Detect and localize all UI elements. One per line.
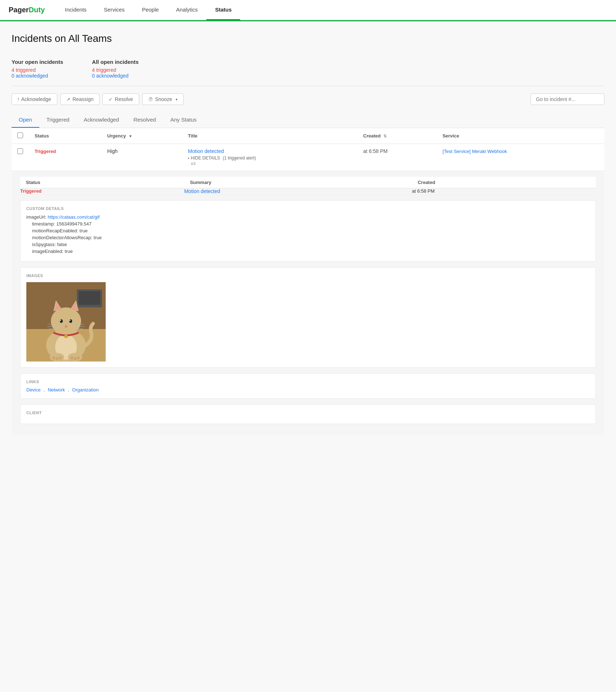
- motion-recap-row: motionRecapEnabled: true: [26, 228, 590, 233]
- nav-bar: PagerDuty Incidents Services People Anal…: [0, 0, 616, 20]
- network-link[interactable]: Network: [48, 387, 65, 393]
- is-spyglass-row: isSpyglass: false: [26, 242, 590, 247]
- select-all-checkbox[interactable]: [17, 132, 23, 138]
- links-sep-1: ,: [44, 387, 45, 393]
- resolve-button[interactable]: ✓ Resolve: [102, 93, 139, 105]
- incident-urgency: High: [107, 148, 118, 154]
- your-acknowledged-count[interactable]: 0 acknowledged: [12, 73, 63, 79]
- resolve-label: Resolve: [115, 96, 133, 102]
- custom-details-section: CUSTOM DETAILS imageUrl: https://cataas.…: [20, 200, 596, 262]
- incident-status: Triggered: [35, 149, 56, 154]
- client-section: CLIENT: [20, 404, 596, 424]
- tab-any-status[interactable]: Any Status: [163, 112, 204, 128]
- image-url-link[interactable]: https://cataas.com/cat/gif: [48, 214, 100, 220]
- cat-image: [26, 282, 106, 362]
- cat-svg: [26, 282, 106, 362]
- snooze-label: Snooze: [155, 96, 172, 102]
- incident-number: #4: [191, 161, 195, 166]
- links-title: LINKS: [26, 380, 590, 384]
- alert-summary-link[interactable]: Motion detected: [184, 188, 220, 194]
- nav-link-incidents[interactable]: Incidents: [56, 0, 95, 20]
- incident-checkbox-cell: [12, 144, 29, 171]
- open-incidents-summary: Your open incidents 4 triggered 0 acknow…: [12, 53, 604, 86]
- links-sep-2: ,: [68, 387, 69, 393]
- incident-detail-row: Status Summary Created Triggered: [12, 171, 604, 436]
- logo[interactable]: PagerDuty: [9, 6, 45, 14]
- acknowledge-button[interactable]: ! Acknowledge: [12, 93, 57, 105]
- svg-point-7: [51, 307, 81, 335]
- svg-point-31: [70, 356, 73, 360]
- alert-status-cell: Triggered: [20, 188, 184, 194]
- urgency-filter-icon[interactable]: ▼: [129, 134, 132, 138]
- alert-detail-row: Triggered Motion detected at 6:58 PM: [20, 188, 596, 194]
- all-triggered-count[interactable]: 4 triggered: [92, 67, 138, 73]
- detail-status-header: Status: [20, 177, 184, 188]
- timestamp-row: timestamp: 1563499479.547: [26, 221, 590, 227]
- incident-status-cell: Triggered: [29, 144, 101, 171]
- urgency-header: Urgency ▼: [101, 128, 182, 144]
- alert-created-cell: at 6:58 PM: [412, 188, 596, 194]
- acknowledge-label: Acknowledge: [21, 96, 51, 102]
- incident-created-time: at 6:58 PM: [363, 148, 388, 154]
- goto-incident-input[interactable]: [531, 93, 604, 105]
- created-header: Created ⇅: [357, 128, 437, 144]
- incident-title-link[interactable]: Motion detected: [188, 148, 224, 154]
- hide-details-icon: ▪: [188, 156, 189, 160]
- device-link[interactable]: Device: [26, 387, 41, 393]
- reassign-icon: ↗: [66, 97, 70, 102]
- svg-point-13: [60, 319, 63, 323]
- resolve-icon: ✓: [109, 97, 113, 102]
- tab-acknowledged[interactable]: Acknowledged: [76, 112, 126, 128]
- detail-summary-header: Summary: [184, 177, 412, 188]
- page-content: Incidents on All Teams Your open inciden…: [0, 21, 616, 435]
- incident-service-cell: [Test Service] Meraki Webhook: [437, 144, 604, 171]
- your-open-incidents-section: Your open incidents 4 triggered 0 acknow…: [12, 59, 63, 79]
- all-open-heading: All open incidents: [92, 59, 138, 65]
- nav-link-analytics[interactable]: Analytics: [167, 0, 206, 20]
- status-header: Status: [29, 128, 101, 144]
- all-open-incidents-section: All open incidents 4 triggered 0 acknowl…: [92, 59, 138, 79]
- your-open-heading: Your open incidents: [12, 59, 63, 65]
- alert-status: Triggered: [20, 188, 41, 194]
- nav-link-status[interactable]: Status: [206, 0, 240, 20]
- tab-triggered[interactable]: Triggered: [39, 112, 77, 128]
- incident-checkbox[interactable]: [17, 148, 23, 154]
- organization-link[interactable]: Organization: [72, 387, 99, 393]
- motion-detector-row: motionDetectorAllowsRecap: true: [26, 235, 590, 240]
- nav-link-services[interactable]: Services: [95, 0, 133, 20]
- svg-point-30: [59, 356, 62, 360]
- your-triggered-count[interactable]: 4 triggered: [12, 67, 63, 73]
- image-url-row: imageUrl: https://cataas.com/cat/gif: [26, 214, 590, 220]
- client-title: CLIENT: [26, 411, 590, 415]
- svg-point-28: [52, 356, 55, 360]
- incident-detail-cell: Status Summary Created Triggered: [12, 171, 604, 436]
- nav-link-people[interactable]: People: [133, 0, 168, 20]
- triggered-alert-count: (1 triggered alert): [221, 156, 256, 161]
- svg-rect-4: [79, 291, 100, 305]
- created-sort-icon[interactable]: ⇅: [383, 134, 387, 138]
- image-url-label: imageUrl:: [26, 214, 47, 220]
- incident-urgency-cell: High: [101, 144, 182, 171]
- hide-details-toggle[interactable]: ▪ HIDE DETAILS (1 triggered alert): [188, 156, 352, 161]
- reassign-label: Reassign: [72, 96, 93, 102]
- snooze-dropdown-arrow: ▾: [176, 97, 177, 101]
- custom-details-title: CUSTOM DETAILS: [26, 206, 590, 211]
- action-toolbar: ! Acknowledge ↗ Reassign ✓ Resolve ⏱ Sno…: [12, 93, 604, 105]
- alert-created-time: at 6:58 PM: [412, 188, 435, 194]
- svg-point-17: [70, 320, 71, 321]
- alert-sub-table: Status Summary Created Triggered: [20, 177, 596, 194]
- tab-open[interactable]: Open: [12, 112, 39, 128]
- svg-point-14: [60, 320, 61, 321]
- snooze-button[interactable]: ⏱ Snooze ▾: [142, 93, 184, 105]
- hide-details-text: HIDE DETAILS: [191, 156, 220, 161]
- all-acknowledged-count[interactable]: 0 acknowledged: [92, 73, 138, 79]
- tab-resolved[interactable]: Resolved: [126, 112, 163, 128]
- images-section: IMAGES: [20, 267, 596, 368]
- incident-service-link[interactable]: [Test Service] Meraki Webhook: [443, 149, 507, 154]
- svg-point-29: [56, 357, 58, 360]
- acknowledge-icon: !: [18, 97, 19, 102]
- title-header: Title: [182, 128, 357, 144]
- reassign-button[interactable]: ↗ Reassign: [60, 93, 100, 105]
- service-header: Service: [437, 128, 604, 144]
- detail-created-header: Created: [412, 177, 596, 188]
